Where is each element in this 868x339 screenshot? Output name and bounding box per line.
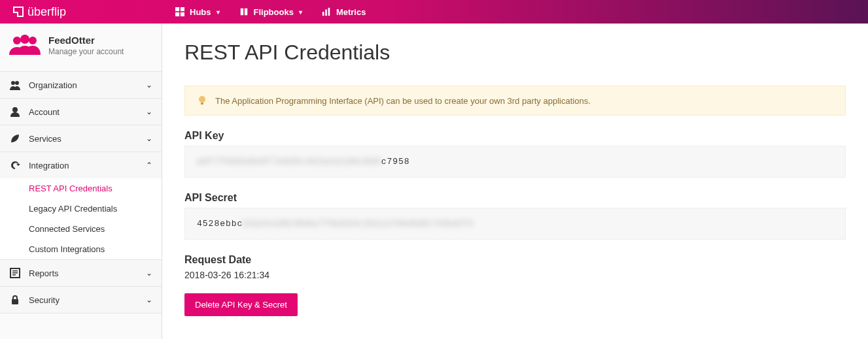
svg-rect-2: [175, 12, 179, 16]
request-date-value: 2018-03-26 16:21:34: [184, 270, 846, 280]
sync-icon: [9, 159, 21, 171]
nav-metrics[interactable]: Metrics: [322, 7, 366, 17]
page-title: REST API Credentials: [184, 40, 846, 65]
account-header[interactable]: FeedOtter Manage your account: [0, 24, 162, 71]
api-key-masked: a8f7f8d8a8e8f7e6d5c4b3a2e1d0c9b8: [197, 157, 381, 167]
chevron-down-icon: ▾: [299, 8, 302, 16]
sidebar-label: Security: [29, 295, 60, 305]
person-icon: [9, 106, 21, 118]
account-name: FeedOtter: [48, 35, 124, 46]
people-icon: [9, 34, 41, 57]
top-nav: Hubs ▾ Flipbooks ▾ Metrics: [162, 0, 366, 24]
svg-point-8: [20, 35, 29, 44]
svg-rect-1: [181, 7, 184, 11]
svg-point-7: [13, 37, 21, 44]
chart-icon: [322, 7, 331, 16]
sidebar-label: Reports: [29, 268, 59, 278]
sidebar-item-security[interactable]: Security ⌄: [0, 286, 162, 314]
brand-logo[interactable]: überflip: [0, 5, 162, 19]
api-key-value: a8f7f8d8a8e8f7e6d5c4b3a2e1d0c9b8c7958: [184, 146, 846, 178]
svg-rect-14: [12, 270, 18, 272]
report-icon: [9, 267, 21, 279]
svg-rect-15: [12, 272, 18, 274]
svg-point-12: [12, 107, 18, 112]
chevron-down-icon: ⌄: [146, 134, 152, 143]
api-key-label: API Key: [184, 130, 846, 142]
logo-mark-icon: [13, 7, 24, 17]
svg-rect-5: [325, 10, 327, 16]
sidebar-label: Account: [29, 107, 60, 117]
sidebar-item-services[interactable]: Services ⌄: [0, 125, 162, 152]
chevron-down-icon: ⌄: [146, 295, 152, 304]
nav-hubs[interactable]: Hubs ▾: [175, 7, 220, 17]
sidebar-sub-rest-api[interactable]: REST API Credentials: [0, 178, 162, 199]
chevron-down-icon: ▾: [217, 8, 220, 16]
api-key-visible: c7958: [381, 157, 410, 167]
nav-flipbooks-label: Flipbooks: [254, 7, 294, 17]
api-secret-visible: 4528ebbc: [197, 219, 243, 229]
top-bar: überflip Hubs ▾ Flipbooks ▾ Metrics: [0, 0, 868, 24]
svg-rect-16: [12, 274, 16, 276]
chevron-down-icon: ⌄: [146, 268, 152, 278]
svg-point-18: [199, 96, 205, 103]
grid-icon: [175, 7, 184, 16]
chevron-down-icon: ⌄: [146, 80, 152, 89]
lightbulb-icon: [197, 95, 207, 106]
svg-point-9: [29, 37, 37, 44]
sidebar-item-reports[interactable]: Reports ⌄: [0, 259, 162, 286]
book-icon: [239, 7, 249, 16]
sidebar-label: Services: [29, 134, 61, 144]
api-secret-label: API Secret: [184, 192, 846, 204]
sidebar-sub-legacy-api[interactable]: Legacy API Credentials: [0, 199, 162, 219]
account-subtitle: Manage your account: [48, 47, 124, 56]
nav-metrics-label: Metrics: [336, 7, 366, 17]
svg-point-11: [15, 81, 19, 85]
info-banner: The Application Programming Interface (A…: [184, 86, 846, 116]
sidebar-item-organization[interactable]: Organization ⌄: [0, 71, 162, 98]
info-text: The Application Programming Interface (A…: [215, 96, 591, 106]
svg-rect-17: [12, 299, 18, 304]
svg-rect-3: [181, 12, 184, 16]
svg-rect-6: [328, 8, 330, 16]
sidebar: FeedOtter Manage your account Organizati…: [0, 24, 162, 339]
request-date-label: Request Date: [184, 254, 846, 266]
sidebar-item-integration[interactable]: Integration ⌃: [0, 152, 162, 178]
chevron-up-icon: ⌃: [146, 161, 152, 170]
sidebar-label: Organization: [29, 80, 77, 90]
leaf-icon: [9, 133, 21, 144]
svg-point-10: [11, 81, 15, 85]
brand-name: überflip: [27, 5, 66, 19]
people-icon: [9, 79, 21, 91]
nav-hubs-label: Hubs: [190, 7, 211, 17]
main-content: REST API Credentials The Application Pro…: [162, 24, 868, 339]
svg-rect-19: [201, 103, 203, 105]
nav-flipbooks[interactable]: Flipbooks ▾: [239, 7, 302, 17]
svg-rect-0: [175, 7, 179, 11]
sidebar-label: Integration: [29, 161, 69, 170]
sidebar-item-account[interactable]: Account ⌄: [0, 98, 162, 125]
svg-rect-4: [322, 12, 324, 16]
chevron-down-icon: ⌄: [146, 107, 152, 116]
delete-api-key-button[interactable]: Delete API Key & Secret: [184, 293, 298, 316]
lock-icon: [9, 294, 21, 306]
sidebar-sub-connected-services[interactable]: Connected Services: [0, 219, 162, 239]
sidebar-sub-custom-integrations[interactable]: Custom Integrations: [0, 239, 162, 259]
api-secret-value: 4528ebbcb3a2e1d0c9b8a7f6e5d4c3b2a1f0e9d8…: [184, 208, 846, 240]
api-secret-masked: b3a2e1d0c9b8a7f6e5d4c3b2a1f0e9d8c7b6a5f4: [243, 219, 473, 229]
